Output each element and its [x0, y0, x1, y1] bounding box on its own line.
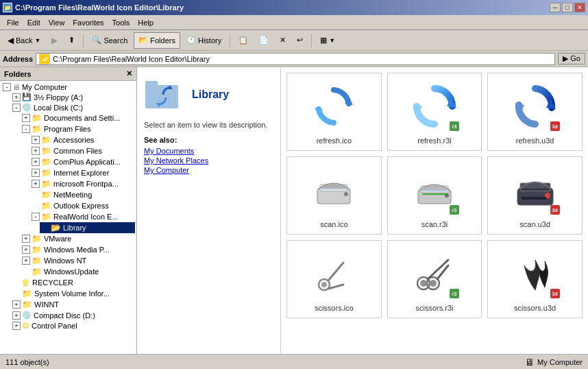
content-area: Library Select an item to view its descr…	[137, 67, 588, 354]
files-panel[interactable]: refresh.ico	[281, 67, 588, 354]
expand-mycomputer[interactable]: -	[3, 83, 11, 91]
menu-favorites[interactable]: Favorites	[69, 17, 108, 28]
menu-help[interactable]: Help	[134, 17, 158, 28]
expand-windowsmedia[interactable]: +	[22, 246, 30, 254]
expand-vmware[interactable]: +	[22, 235, 30, 243]
address-folder-icon: 📁	[39, 53, 50, 64]
folder-vmware-icon: 📁	[32, 234, 42, 243]
file-item-scan-u3d[interactable]: 3d scan.u3d	[487, 156, 583, 235]
tree-item-mycomputer[interactable]: - 🖥 My Computer	[1, 82, 135, 92]
expand-localdisk[interactable]: -	[12, 104, 21, 112]
folder-netmeeting-icon: 📁	[41, 190, 51, 200]
refresh-r3i-label: refresh.r3i	[417, 136, 452, 145]
cdrom-icon: 💿	[22, 311, 32, 320]
menu-view[interactable]: View	[45, 17, 69, 28]
tree-item-floppy[interactable]: + 💾 3½ Floppy (A:)	[11, 92, 135, 102]
address-input-wrap[interactable]: 📁 C:\Program Files\RealWorld Icon Editor…	[36, 53, 555, 65]
sidebar-close-button[interactable]: ✕	[126, 69, 132, 78]
tree-item-accessories[interactable]: + 📁 Accessories	[30, 134, 135, 145]
folder-winnt-icon: 📁	[22, 300, 32, 309]
menu-edit[interactable]: Edit	[23, 17, 45, 28]
expand-winnt[interactable]: +	[12, 300, 21, 309]
desc-see-also: See also:	[144, 136, 273, 144]
tree-label-systemvolume: System Volume Infor...	[34, 289, 110, 298]
forward-icon: ▶	[51, 36, 58, 45]
history-button[interactable]: 🕐 History	[182, 32, 226, 49]
sidebar: Folders ✕ - 🖥 My Computer + 💾 3½ Floppy …	[0, 67, 137, 354]
tree-item-documents[interactable]: + 📁 Documents and Setti...	[21, 112, 135, 123]
tree-item-outlook[interactable]: 📁 Outlook Express	[30, 200, 135, 211]
paste-button[interactable]: 📄	[254, 32, 273, 49]
tree-item-windowsupdate[interactable]: 📁 WindowsUpdate	[21, 266, 135, 277]
tree-item-localdisk[interactable]: - 💿 Local Disk (C:)	[11, 102, 135, 112]
expand-programfiles[interactable]: -	[22, 125, 30, 133]
scissors-u3d-icon-area: 3d	[508, 246, 563, 301]
go-button[interactable]: ▶ Go	[558, 53, 585, 64]
tree-item-windowsnt[interactable]: + 📁 Windows NT	[21, 255, 135, 266]
expand-commonfiles[interactable]: +	[32, 147, 40, 155]
tree-item-systemvolume[interactable]: 📁 System Volume Infor...	[11, 288, 135, 299]
expand-ie[interactable]: +	[32, 169, 40, 177]
desc-link-mydocuments[interactable]: My Documents	[144, 147, 273, 155]
svg-line-26	[328, 263, 343, 281]
copy-button[interactable]: 📋	[234, 32, 253, 49]
file-item-refresh-u3d[interactable]: 3d refresh.u3d	[487, 73, 583, 151]
file-item-scan-ico[interactable]: scan.ico	[286, 156, 382, 235]
expand-controlpanel[interactable]: +	[12, 322, 21, 330]
tree-label-netmeeting: NetMeeting	[53, 191, 92, 199]
expand-complus[interactable]: +	[32, 158, 40, 166]
back-icon: ◀	[8, 36, 14, 45]
expand-compactdisc[interactable]: +	[12, 311, 21, 320]
file-item-refresh-ico[interactable]: refresh.ico	[286, 73, 382, 151]
tree-item-realworld[interactable]: - 📁 RealWorld Icon E...	[30, 211, 135, 222]
tree-item-windowsmedia[interactable]: + 📁 Windows Media P...	[21, 244, 135, 255]
tree-item-recycler[interactable]: 🗑 RECYCLER	[11, 277, 135, 288]
expand-accessories[interactable]: +	[32, 136, 40, 144]
tree-label-realworld: RealWorld Icon E...	[53, 213, 119, 221]
expand-windowsnt[interactable]: +	[22, 257, 30, 265]
undo-button[interactable]: ↩	[292, 32, 308, 49]
tree-item-frontpage[interactable]: + 📁 microsoft Frontpa...	[30, 178, 135, 189]
tree-label-controlpanel: Control Panel	[32, 322, 77, 330]
tree-item-controlpanel[interactable]: + ⚙ Control Panel	[11, 320, 135, 331]
tree-item-winnt[interactable]: + 📁 WINNT	[11, 299, 135, 310]
undo-icon: ↩	[297, 36, 303, 45]
file-item-scissors-r3i[interactable]: r3 scissors.r3i	[387, 240, 482, 318]
search-button[interactable]: 🔍 Search	[87, 32, 132, 49]
status-computer-label: My Computer	[537, 358, 583, 366]
app-icon: 📁	[3, 3, 12, 12]
tree-item-commonfiles[interactable]: + 📁 Common Files	[30, 145, 135, 156]
folders-button[interactable]: 📂 Folders	[134, 32, 180, 49]
tree-item-ie[interactable]: + 📁 Internet Explorer	[30, 167, 135, 178]
expand-documents[interactable]: +	[22, 114, 30, 122]
forward-button[interactable]: ▶	[47, 32, 62, 49]
tree-item-vmware[interactable]: + 📁 VMware	[21, 233, 135, 244]
menu-bar: File Edit View Favorites Tools Help	[0, 15, 588, 30]
delete-button[interactable]: ✕	[275, 32, 291, 49]
back-button[interactable]: ◀ Back ▼	[3, 32, 45, 49]
scan-r3i-label: scan.r3i	[421, 220, 448, 228]
file-item-refresh-r3i[interactable]: r3 refresh.r3i	[387, 73, 482, 151]
tree-item-compactdisc[interactable]: + 💿 Compact Disc (D:)	[11, 310, 135, 320]
tree-item-library[interactable]: 📂 Library	[40, 222, 135, 233]
close-button[interactable]: ✕	[574, 3, 585, 12]
expand-realworld[interactable]: -	[32, 213, 40, 221]
desc-body-text: Select an item to view its description.	[144, 121, 273, 129]
sidebar-tree[interactable]: - 🖥 My Computer + 💾 3½ Floppy (A:) - 💿 L…	[0, 81, 136, 354]
expand-floppy[interactable]: +	[12, 93, 21, 102]
minimize-button[interactable]: ─	[550, 3, 561, 12]
file-item-scan-r3i[interactable]: r3 scan.r3i	[387, 156, 482, 235]
tree-item-programfiles[interactable]: - 📁 Program Files	[21, 123, 135, 134]
maximize-button[interactable]: □	[562, 3, 573, 12]
tree-item-complus[interactable]: + 📁 ComPlus Applicati...	[30, 156, 135, 167]
up-button[interactable]: ⬆	[64, 32, 79, 49]
menu-tools[interactable]: Tools	[108, 17, 134, 28]
file-item-scissors-ico[interactable]: scissors.ico	[286, 240, 382, 318]
file-item-scissors-u3d[interactable]: 3d scissors.u3d	[487, 240, 583, 318]
desc-link-mynetwork[interactable]: My Network Places	[144, 156, 273, 165]
menu-file[interactable]: File	[3, 17, 23, 28]
desc-link-mycomputer[interactable]: My Computer	[144, 166, 273, 174]
view-button[interactable]: ▦▼	[315, 32, 340, 49]
tree-item-netmeeting[interactable]: 📁 NetMeeting	[30, 189, 135, 200]
expand-frontpage[interactable]: +	[32, 180, 40, 188]
